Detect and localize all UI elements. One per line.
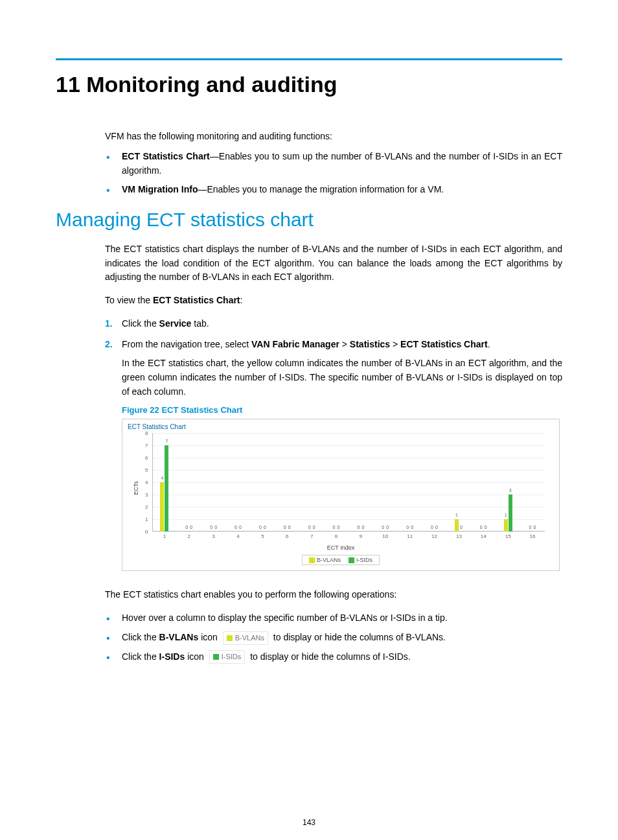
bar-group: 471 (152, 433, 177, 531)
x-axis-label: ECT Index (128, 544, 554, 551)
x-tick-label: 2 (188, 533, 190, 539)
legend-item-bvlans[interactable]: B-VLANs (309, 557, 341, 563)
chapter-title: 11 Monitoring and auditing (56, 72, 562, 97)
text-bold: B-VLANs (159, 632, 199, 642)
bar-value-label: 0 (406, 525, 409, 530)
text: > (390, 339, 400, 349)
legend-label: B-VLANs (317, 557, 341, 563)
x-tick-label: 5 (261, 533, 264, 539)
legend-item-isids[interactable]: I-SIDs (349, 557, 372, 563)
bar-value-label: 0 (235, 525, 237, 530)
bar-group: 009 (349, 433, 373, 531)
steps-list: 1. Click the Service tab. 2. From the na… (105, 317, 562, 399)
bar-group: 1013 (447, 433, 472, 531)
bar-value-label: 0 (190, 525, 192, 530)
bar-value-label: 0 (529, 525, 532, 530)
text: icon (185, 651, 206, 662)
feature-name: ECT Statistics Chart (122, 151, 210, 161)
bar-value-label: 0 (284, 525, 286, 530)
x-tick-label: 9 (360, 533, 362, 539)
text: to display or hide the columns of I-SIDs… (247, 651, 410, 662)
x-tick-label: 8 (335, 533, 338, 539)
bar-value-label: 0 (386, 525, 389, 530)
bar-value-label: 0 (382, 525, 384, 530)
text: Click the (122, 632, 159, 642)
swatch-green-icon (213, 654, 219, 660)
icon-label: I-SIDs (222, 651, 242, 662)
bar-value-label: 0 (460, 525, 463, 530)
intro-text: VFM has the following monitoring and aud… (105, 130, 562, 143)
top-rule (56, 58, 562, 60)
chart-bars: 4710020030040050060070080090010001100121… (152, 433, 545, 531)
x-tick-label: 15 (505, 533, 511, 539)
bar-group: 004 (226, 433, 251, 531)
bar-group: 008 (324, 433, 349, 531)
x-tick-label: 7 (310, 533, 313, 539)
step-number: 2. (105, 338, 113, 352)
text: From the navigation tree, select (122, 339, 251, 349)
text-bold: Service (159, 318, 192, 329)
feature-name: VM Migration Info (122, 184, 198, 194)
text-bold: VAN Fabric Manager (251, 339, 339, 349)
bar-value-label: 0 (480, 525, 483, 530)
list-item: Click the B-VLANs icon B-VLANs to displa… (105, 631, 562, 645)
bar-value-label: 0 (435, 525, 438, 530)
bar-value-label: 0 (259, 525, 262, 530)
step-note: In the ECT statistics chart, the yellow … (122, 356, 562, 399)
bar-value-label: 0 (288, 525, 291, 530)
text: : (240, 295, 243, 305)
list-item: Hover over a column to display the speci… (105, 611, 562, 625)
x-tick-label: 11 (407, 533, 413, 539)
bar-value-label: 0 (239, 525, 242, 530)
paragraph: The ECT statistics chart displays the nu… (105, 242, 562, 285)
bar-group: 1315 (496, 433, 520, 531)
bar-bvlans[interactable]: 4 (160, 482, 164, 531)
bar-value-label: 1 (455, 513, 458, 517)
bar-group: 002 (177, 433, 201, 531)
chart-container: ECT Statistics Chart ECTs 012345678 4710… (122, 419, 560, 571)
text: tab. (191, 318, 209, 329)
text: . (488, 339, 490, 349)
bar-isids[interactable]: 3 (509, 495, 512, 531)
text: Click the (122, 651, 159, 662)
x-tick-label: 14 (481, 533, 486, 539)
feature-desc: —Enables you to manage the migration inf… (198, 184, 444, 194)
bar-group: 0010 (373, 433, 398, 531)
x-tick-label: 1 (163, 533, 166, 539)
bar-value-label: 0 (485, 525, 487, 530)
text: icon (198, 632, 220, 642)
section-title: Managing ECT statistics chart (56, 209, 562, 231)
y-axis-label: ECTs (133, 481, 139, 495)
list-item: ECT Statistics Chart—Enables you to sum … (105, 150, 562, 178)
bvlans-legend-icon[interactable]: B-VLANs (223, 631, 268, 645)
bar-group: 006 (275, 433, 299, 531)
list-item: Click the I-SIDs icon I-SIDs to display … (105, 650, 562, 664)
text: Click the (122, 318, 159, 329)
operations-list: Hover over a column to display the speci… (105, 611, 562, 664)
bar-group: 0014 (471, 433, 496, 531)
x-tick-label: 13 (456, 533, 462, 539)
bar-group: 007 (299, 433, 324, 531)
bar-isids[interactable]: 7 (165, 445, 168, 531)
x-tick-label: 4 (236, 533, 239, 539)
isids-legend-icon[interactable]: I-SIDs (209, 650, 246, 664)
bar-bvlans[interactable]: 1 (455, 519, 459, 531)
x-tick-label: 12 (431, 533, 437, 539)
bar-value-label: 0 (264, 525, 266, 530)
x-tick-label: 16 (530, 533, 536, 539)
bar-bvlans[interactable]: 1 (504, 519, 508, 531)
bar-group: 0016 (520, 433, 545, 531)
step-item: 1. Click the Service tab. (105, 317, 562, 331)
x-tick-label: 6 (286, 533, 288, 539)
bar-value-label: 0 (308, 525, 311, 530)
paragraph: To view the ECT Statistics Chart: (105, 294, 562, 308)
text: > (339, 339, 350, 349)
bar-value-label: 0 (333, 525, 336, 530)
bar-value-label: 3 (509, 488, 512, 493)
bar-value-label: 0 (185, 525, 188, 530)
x-tick-label: 3 (212, 533, 214, 539)
bar-value-label: 0 (431, 525, 433, 530)
bar-value-label: 0 (214, 525, 217, 530)
bar-value-label: 0 (357, 525, 360, 530)
paragraph: The ECT statistics chart enables you to … (105, 588, 562, 602)
